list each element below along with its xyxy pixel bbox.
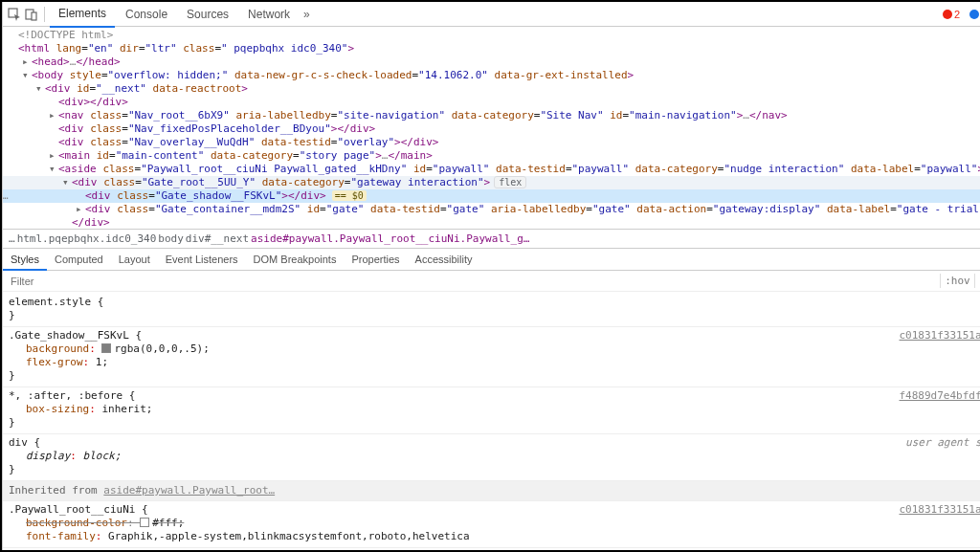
html-node[interactable]: <html lang="en" dir="ltr" class=" pqepbq…	[3, 42, 980, 55]
devtools-panel: Elements Console Sources Network » 2 1 ⋮…	[2, 2, 980, 550]
selector-element-style: element.style {	[9, 296, 103, 308]
aside-node[interactable]: ▾<aside class="Paywall_root__ciuNi Paywa…	[3, 163, 980, 176]
body-node[interactable]: ▾<body style="overflow: hidden;" data-ne…	[3, 69, 980, 82]
breadcrumb[interactable]: … html.pqepbqhx.idc0_340 body div#__next…	[3, 229, 980, 248]
source-link[interactable]: f4889d7e4bfdf9b3.css:2	[899, 389, 980, 403]
empty-div-node[interactable]: <div></div>	[3, 96, 980, 109]
selector-gate-shadow: .Gate_shadow__FSKvL {	[9, 329, 142, 342]
selector-paywall-root: .Paywall_root__ciuNi {	[9, 503, 148, 516]
close-div-node[interactable]: </div>	[3, 216, 980, 229]
styles-filter-row: :hov .cls +	[3, 271, 980, 292]
styles-tab-dombp[interactable]: DOM Breakpoints	[246, 250, 345, 269]
styles-filter-input[interactable]	[7, 274, 940, 289]
svg-rect-2	[32, 12, 36, 20]
elements-tree[interactable]: <!DOCTYPE html> <html lang="en" dir="ltr…	[3, 27, 980, 229]
doctype: <!DOCTYPE html>	[18, 29, 113, 41]
next-node[interactable]: ▾<div id="__next" data-reactroot>	[3, 82, 980, 96]
nav-placeholder-node[interactable]: <div class="Nav_fixedPosPlaceholder__BDy…	[3, 122, 980, 136]
crumb-ellipsis[interactable]: …	[9, 232, 15, 245]
tab-elements[interactable]: Elements	[50, 1, 115, 28]
crumb-html[interactable]: html.pqepbqhx.idc0_340	[17, 232, 157, 245]
rule-paywall-root[interactable]: c01831f33151a1d9.css:1 .Paywall_root__ci…	[3, 501, 980, 548]
crumb-next[interactable]: div#__next	[186, 232, 249, 245]
rule-div-ua[interactable]: user agent stylesheet div { display: blo…	[3, 434, 980, 481]
selected-indicator: == $0	[332, 190, 367, 201]
color-swatch[interactable]	[140, 518, 149, 527]
styles-tab-layout[interactable]: Layout	[111, 250, 158, 269]
source-link[interactable]: c01831f33151a1d9.css:1	[899, 503, 980, 517]
overlay-node[interactable]: <div class="Nav_overlay__WuQdH" data-tes…	[3, 136, 980, 149]
selector-div: div {	[9, 436, 40, 449]
head-node[interactable]: ▸<head>…</head>	[3, 55, 980, 69]
styles-tab-styles[interactable]: Styles	[3, 250, 47, 271]
inspect-icon[interactable]	[7, 7, 22, 22]
flex-badge: flex	[494, 176, 526, 188]
main-node[interactable]: ▸<main id="main-content" data-category="…	[3, 149, 980, 163]
gate-root-node[interactable]: ▾<div class="Gate_root__5UU_Y" data-cate…	[3, 176, 980, 189]
ua-stylesheet-label: user agent stylesheet	[905, 436, 980, 450]
gate-shadow-node[interactable]: …<div class="Gate_shadow__FSKvL"></div>=…	[3, 189, 980, 203]
error-badge[interactable]: 2	[939, 8, 964, 21]
rule-gate-shadow[interactable]: c01831f33151a1d9.css:1 .Gate_shadow__FSK…	[3, 327, 980, 387]
inherited-from: Inherited from aside#paywall.Paywall_roo…	[3, 481, 980, 501]
crumb-body[interactable]: body	[158, 232, 184, 245]
gate-container-node[interactable]: ▸<div class="Gate_container__mdm2S" id="…	[3, 203, 980, 216]
devtools-toolbar: Elements Console Sources Network » 2 1 ⋮	[3, 2, 980, 27]
crumb-aside[interactable]: aside#paywall.Paywall_root__ciuNi.Paywal…	[251, 232, 529, 245]
inherited-link[interactable]: aside#paywall.Paywall_root…	[103, 484, 275, 497]
styles-tab-computed[interactable]: Computed	[47, 250, 111, 269]
tab-console[interactable]: Console	[117, 2, 176, 27]
styles-toolbar: Styles Computed Layout Event Listeners D…	[3, 248, 980, 271]
device-toggle-icon[interactable]	[24, 7, 39, 22]
styles-tab-listeners[interactable]: Event Listeners	[158, 250, 246, 269]
nav-node[interactable]: ▸<nav class="Nav_root__6bX9" aria-labell…	[3, 109, 980, 122]
tab-sources[interactable]: Sources	[178, 2, 237, 27]
source-link[interactable]: c01831f33151a1d9.css:1	[899, 329, 980, 342]
hov-toggle[interactable]: :hov	[940, 274, 974, 288]
rule-element-style[interactable]: element.style { }	[3, 294, 980, 327]
warning-badge[interactable]: 1	[966, 8, 980, 21]
tab-network[interactable]: Network	[239, 2, 299, 27]
error-count: 2	[954, 9, 960, 20]
styles-tab-props[interactable]: Properties	[344, 250, 407, 269]
color-swatch[interactable]	[101, 343, 111, 353]
cls-toggle[interactable]: .cls	[974, 274, 980, 288]
styles-tab-a11y[interactable]: Accessibility	[408, 250, 480, 269]
selector-universal: *, :after, :before {	[9, 389, 135, 402]
styles-pane[interactable]: element.style { } c01831f33151a1d9.css:1…	[3, 292, 980, 550]
rule-universal[interactable]: f4889d7e4bfdf9b3.css:2 *, :after, :befor…	[3, 387, 980, 434]
tabs-overflow[interactable]: »	[303, 8, 310, 21]
